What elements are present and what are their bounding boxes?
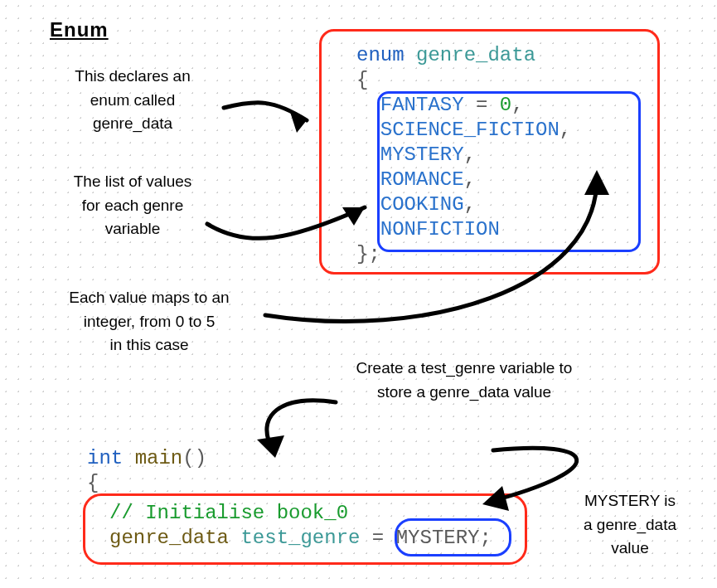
code-comma: , bbox=[464, 193, 476, 216]
text-line: a genre_data bbox=[584, 516, 676, 533]
code-brace-open: { bbox=[356, 69, 368, 91]
code-value-mystery: MYSTERY bbox=[396, 527, 480, 549]
text-line: The list of values bbox=[74, 173, 192, 190]
code-main-body: // Initialise book_0 genre_data test_gen… bbox=[109, 501, 492, 551]
annot-value-maps-integer: Each value maps to an integer, from 0 to… bbox=[46, 286, 253, 357]
annot-list-of-values: The list of values for each genre variab… bbox=[46, 170, 220, 241]
code-eq: = bbox=[360, 527, 395, 549]
text-line: Create a test_genre variable to bbox=[356, 359, 573, 377]
annot-declares-enum: This declares an enum called genre_data bbox=[46, 65, 220, 136]
text-line: Each value maps to an bbox=[69, 289, 229, 306]
code-brace-close: }; bbox=[356, 243, 380, 265]
code-num-zero: 0 bbox=[500, 94, 511, 116]
code-parens: () bbox=[182, 447, 206, 469]
text-line: value bbox=[611, 539, 648, 556]
svg-marker-0 bbox=[290, 112, 307, 133]
code-eq: = bbox=[464, 94, 500, 116]
text-line: in this case bbox=[109, 336, 188, 353]
code-comma: , bbox=[464, 168, 476, 191]
text-line: store a genre_data value bbox=[377, 383, 551, 401]
title-enum: Enum bbox=[50, 18, 109, 41]
code-comma: , bbox=[464, 143, 476, 166]
code-ident-main: main bbox=[135, 447, 183, 469]
code-kw-enum: enum bbox=[356, 44, 405, 66]
code-enum-mystery: MYSTERY bbox=[380, 143, 464, 166]
text-line: variable bbox=[105, 220, 161, 237]
code-comma: , bbox=[511, 94, 523, 116]
text-line: integer, from 0 to 5 bbox=[84, 313, 215, 330]
svg-marker-3 bbox=[257, 435, 284, 458]
code-enum-romance: ROMANCE bbox=[380, 168, 464, 191]
code-brace-open: { bbox=[87, 472, 99, 494]
code-comment: // Initialise book_0 bbox=[109, 502, 348, 524]
text-line: genre_data bbox=[93, 114, 172, 132]
code-enum-cooking: COOKING bbox=[380, 193, 464, 216]
annot-mystery-is-value: MYSTERY is a genre_data value bbox=[564, 489, 696, 561]
code-main-decl: int main() { bbox=[87, 446, 206, 496]
code-enum-nonfiction: NONFICTION bbox=[380, 218, 500, 241]
code-type-genre-data: genre_data bbox=[109, 527, 229, 549]
code-var-test-genre: test_genre bbox=[240, 527, 360, 549]
code-semi: ; bbox=[480, 527, 492, 549]
annot-create-test-genre: Create a test_genre variable to store a … bbox=[327, 357, 601, 404]
code-enum-decl: enum genre_data { FANTASY = 0, SCIENCE_F… bbox=[356, 43, 571, 267]
canvas: Enum This declares an enum called genre_… bbox=[0, 0, 717, 588]
text-line: MYSTERY is bbox=[584, 492, 676, 509]
code-ident-genre-data: genre_data bbox=[416, 44, 535, 66]
code-kw-int: int bbox=[87, 447, 123, 469]
code-enum-scifi: SCIENCE_FICTION bbox=[380, 119, 560, 141]
code-enum-fantasy: FANTASY bbox=[380, 94, 464, 116]
text-line: enum called bbox=[90, 91, 175, 109]
code-comma: , bbox=[560, 119, 571, 141]
text-line: for each genre bbox=[82, 197, 184, 214]
text-line: This declares an bbox=[75, 67, 190, 85]
